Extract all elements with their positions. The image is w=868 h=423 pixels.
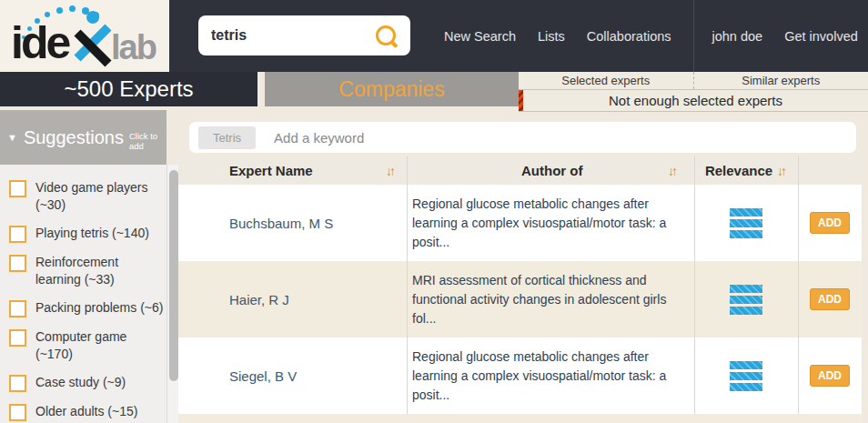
nav-item-john-doe[interactable]: john doe [712,29,763,44]
table-row-partial [178,414,862,423]
table-header: Expert Name ↓↑ Author of ↓↑ Relevance ↓↑ [178,156,862,185]
keyword-chip[interactable]: Tetris [198,126,256,149]
table-row: Buchsbaum, M S Regional glucose metaboli… [178,185,862,261]
column-label: Relevance [705,163,772,178]
alert-not-enough-experts: Not enough selected experts [519,90,868,112]
relevance-cell [694,337,798,414]
publication-cell: Regional glucose metabolic changes after… [412,185,687,261]
suggestion-checkbox[interactable] [9,180,26,197]
search-input[interactable] [209,26,376,45]
suggestion-item[interactable]: Reinforcement learning (~33) [9,254,167,288]
search-box [198,15,410,55]
suggestion-checkbox[interactable] [9,226,26,243]
column-label: Author of [521,163,582,178]
publication-title: Regional glucose metabolic changes after… [412,195,687,252]
suggestion-label: Video game players (~30) [35,179,165,214]
column-divider [407,261,408,337]
suggestion-item[interactable]: Video game players (~30) [9,179,167,214]
relevance-bar [730,296,762,304]
add-keyword-input[interactable] [272,129,847,146]
relevance-indicator [730,361,762,391]
relevance-bar [730,361,762,369]
column-header-relevance[interactable]: Relevance ↓↑ [694,156,798,185]
logo-dots-icon [56,7,63,14]
suggestions-header[interactable]: ▼ Suggestions Click to add [0,110,167,165]
column-divider [407,337,408,414]
relevance-cell [694,185,798,261]
relevance-bar [730,372,762,380]
column-header-author-of[interactable]: Author of ↓↑ [407,156,694,185]
suggestion-label: Packing problems (~6) [35,299,165,317]
suggestion-label: Playing tetris (~140) [35,225,165,243]
suggestion-label: Reinforcement learning (~33) [35,254,165,288]
column-header-expert-name[interactable]: Expert Name ↓↑ [178,156,407,185]
tab-selected-experts[interactable]: Selected experts [519,72,694,89]
logo-text-ide: ide [11,20,68,65]
experts-tabs: Selected expertsSimilar experts [519,72,868,90]
suggestion-checkbox[interactable] [9,404,26,421]
add-expert-button[interactable]: ADD [810,288,850,310]
suggestions-title: Suggestions [24,127,124,148]
experts-count-banner: ~500 Experts [0,72,257,106]
relevance-indicator [730,285,762,315]
top-bar: ide lab New SearchListsCollaborations jo… [0,0,868,72]
sort-icon[interactable]: ↓↑ [777,164,787,178]
add-cell: ADD [798,261,862,337]
tab-companies[interactable]: Companies [265,72,519,106]
expert-name: Haier, R J [229,261,400,337]
column-divider [694,156,695,185]
suggestion-item[interactable]: Older adults (~15) [9,403,167,421]
suggestions-hint: Click to add [129,131,167,151]
sort-icon[interactable]: ↓↑ [668,164,678,178]
add-cell: ADD [798,337,862,414]
relevance-bar [730,285,762,293]
results-table: Buchsbaum, M S Regional glucose metaboli… [178,185,862,423]
nav-item-collaborations[interactable]: Collaborations [587,29,671,44]
relevance-bar [730,219,762,227]
scrollbar-thumb[interactable] [169,170,178,381]
app-logo[interactable]: ide lab [0,0,169,72]
publication-title: Regional glucose metabolic changes after… [412,347,687,405]
alert-text: Not enough selected experts [523,93,868,108]
suggestion-checkbox[interactable] [9,375,26,392]
nav-divider [693,0,694,72]
suggestion-checkbox[interactable] [9,329,26,347]
sort-icon[interactable]: ↓↑ [386,164,396,178]
keyword-bar: Tetris [189,122,856,153]
relevance-bar [730,383,762,391]
suggestion-checkbox[interactable] [9,300,26,317]
add-expert-button[interactable]: ADD [810,212,850,234]
suggestion-label: Older adults (~15) [35,403,165,421]
relevance-bar [730,230,762,238]
column-label: Expert Name [229,163,313,178]
sidebar-scrollbar[interactable] [167,165,179,423]
suggestion-item[interactable]: Computer game (~170) [9,328,167,363]
table-row: Haier, R J MRI assessment of cortical th… [178,261,862,337]
publication-cell: Regional glucose metabolic changes after… [412,337,687,414]
column-divider [407,185,408,261]
add-cell: ADD [798,185,862,261]
relevance-bar [730,208,762,217]
relevance-indicator [730,208,762,238]
suggestions-list: Video game players (~30) Playing tetris … [0,165,167,423]
tab-similar-experts[interactable]: Similar experts [694,72,868,89]
publication-title: MRI assessment of cortical thickness and… [412,271,687,328]
suggestion-checkbox[interactable] [9,255,26,272]
logo-x-person-icon [69,7,115,67]
expert-name: Buchsbaum, M S [229,185,400,261]
column-divider [798,156,799,185]
chevron-down-icon: ▼ [7,132,17,143]
table-row: Siegel, B V Regional glucose metabolic c… [178,337,862,414]
nav-item-new-search[interactable]: New Search [444,29,516,44]
search-icon[interactable] [376,25,396,45]
nav-item-lists[interactable]: Lists [538,29,565,44]
add-expert-button[interactable]: ADD [810,365,850,387]
suggestion-label: Case study (~9) [35,374,165,392]
suggestion-item[interactable]: Packing problems (~6) [9,299,167,317]
suggestion-item[interactable]: Case study (~9) [9,374,167,392]
column-divider [407,156,408,185]
suggestion-label: Computer game (~170) [35,328,165,363]
relevance-cell [694,261,798,337]
nav-item-get-involved[interactable]: Get involved [784,29,858,44]
suggestion-item[interactable]: Playing tetris (~140) [9,225,167,243]
